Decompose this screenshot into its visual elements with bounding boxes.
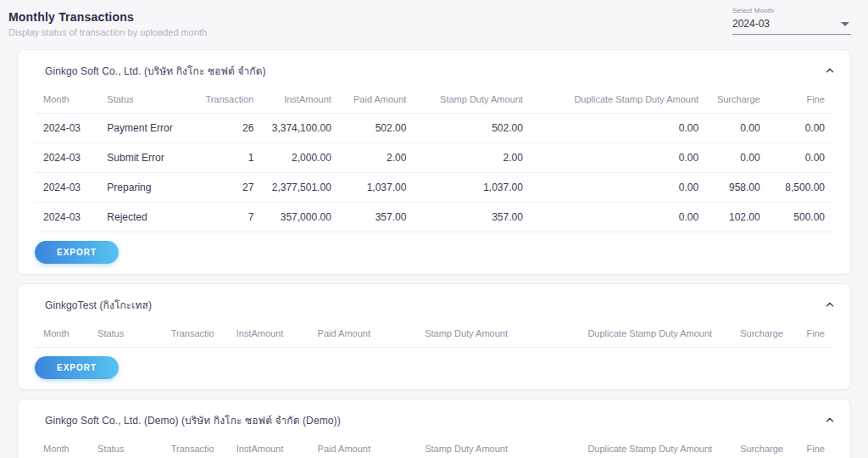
table-cell: 2024-03 bbox=[35, 114, 98, 143]
month-select-value: 2024-03 bbox=[732, 18, 770, 30]
table-cell: 1,037.00 bbox=[340, 173, 415, 203]
table-cell: 357.00 bbox=[415, 203, 531, 232]
collapse-button[interactable] bbox=[821, 62, 838, 79]
table-cell: 0.00 bbox=[769, 143, 833, 173]
company-card: Ginkgo Soft Co., Ltd. (บริษัท กิงโกะ ซอฟ… bbox=[17, 49, 851, 275]
table-cell: 0.00 bbox=[769, 114, 833, 143]
column-header: Stamp Duty Amount bbox=[379, 320, 516, 348]
table-cell: 502.00 bbox=[340, 114, 415, 143]
table-cell: 958.00 bbox=[707, 173, 769, 203]
table-row: 2024-03Preparing272,377,501.001,037.001,… bbox=[35, 173, 833, 203]
table-cell: 1,037.00 bbox=[415, 173, 531, 203]
column-header: InstAmount bbox=[262, 86, 339, 114]
column-header: InstAmount bbox=[214, 320, 292, 348]
chevron-up-icon bbox=[824, 414, 836, 426]
table-cell: 2024-03 bbox=[35, 143, 98, 173]
table-cell: 0.00 bbox=[707, 143, 769, 173]
column-header: Paid Amount bbox=[340, 86, 415, 114]
column-header: Status bbox=[89, 320, 163, 348]
column-header: Duplicate Stamp Duty Amount bbox=[516, 435, 721, 458]
table-cell: Payment Error bbox=[98, 114, 194, 143]
table-cell: 0.00 bbox=[531, 173, 707, 203]
column-header: Month bbox=[35, 320, 89, 348]
column-header: Fine bbox=[792, 435, 833, 458]
chevron-up-icon bbox=[824, 299, 836, 310]
chevron-up-icon bbox=[824, 64, 836, 76]
column-header: Fine bbox=[792, 320, 833, 348]
column-header: Surcharge bbox=[721, 320, 792, 348]
column-header: Status bbox=[98, 86, 194, 114]
table-row: 2024-03Submit Error12,000.002.002.000.00… bbox=[35, 143, 833, 173]
column-header: Paid Amount bbox=[292, 320, 379, 348]
company-name: Ginkgo Soft Co., Ltd. (Demo) (บริษัท กิง… bbox=[45, 412, 341, 428]
cards-container: Ginkgo Soft Co., Ltd. (บริษัท กิงโกะ ซอฟ… bbox=[8, 49, 860, 458]
table-cell: 2024-03 bbox=[35, 203, 98, 232]
column-header: InstAmount bbox=[214, 435, 292, 458]
column-header: Month bbox=[35, 435, 89, 458]
table-header-row: MonthStatusTransactionInstAmountPaid Amo… bbox=[35, 86, 833, 114]
table-cell: 2,000.00 bbox=[262, 143, 339, 173]
column-header: Surcharge bbox=[707, 86, 769, 114]
table-cell: 2.00 bbox=[340, 143, 415, 173]
table-row: 2024-03Rejected7357,000.00357.00357.000.… bbox=[35, 203, 833, 232]
column-header: Fine bbox=[769, 86, 833, 114]
table-cell: 2.00 bbox=[415, 143, 531, 173]
table-cell: 102.00 bbox=[707, 203, 769, 232]
table-cell: 2,377,501.00 bbox=[262, 173, 339, 203]
transactions-table: MonthStatusTransactionInstAmountPaid Amo… bbox=[35, 86, 833, 232]
table-cell: 500.00 bbox=[769, 203, 833, 232]
column-header: Status bbox=[89, 435, 163, 458]
column-header: Transaction bbox=[194, 86, 262, 114]
table-cell: 27 bbox=[194, 173, 262, 203]
table-cell: 8,500.00 bbox=[769, 173, 833, 203]
column-header: Transaction bbox=[163, 320, 214, 348]
table-cell: 7 bbox=[194, 203, 262, 232]
column-header: Stamp Duty Amount bbox=[379, 435, 516, 458]
page: Monthly Transactions Display status of t… bbox=[0, 0, 868, 458]
transactions-table: MonthStatusTransactionInstAmountPaid Amo… bbox=[35, 435, 833, 458]
company-name: Ginkgo Soft Co., Ltd. (บริษัท กิงโกะ ซอฟ… bbox=[45, 63, 266, 79]
month-select-label: Select Month bbox=[732, 7, 851, 14]
collapse-button[interactable] bbox=[821, 296, 838, 313]
column-header: Duplicate Stamp Duty Amount bbox=[516, 320, 721, 348]
collapse-button[interactable] bbox=[821, 411, 838, 428]
table-header-row: MonthStatusTransactionInstAmountPaid Amo… bbox=[35, 320, 833, 348]
table-cell: 1 bbox=[194, 143, 262, 173]
company-card: GinkgoTest (กิงโกะเทส) MonthStatusTransa… bbox=[17, 283, 851, 390]
table-cell: 2024-03 bbox=[35, 173, 98, 203]
chevron-down-icon bbox=[841, 22, 849, 26]
column-header: Paid Amount bbox=[292, 435, 379, 458]
column-header: Stamp Duty Amount bbox=[415, 86, 531, 114]
month-select[interactable]: Select Month 2024-03 bbox=[732, 7, 851, 35]
table-cell: 26 bbox=[194, 114, 262, 143]
table-cell: Rejected bbox=[98, 203, 194, 232]
company-card: Ginkgo Soft Co., Ltd. (Demo) (บริษัท กิง… bbox=[17, 399, 851, 458]
export-button[interactable]: EXPORT bbox=[35, 241, 119, 264]
table-cell: 0.00 bbox=[707, 114, 769, 143]
column-header: Duplicate Stamp Duty Amount bbox=[531, 86, 707, 114]
export-button[interactable]: EXPORT bbox=[35, 356, 119, 379]
table-cell: 0.00 bbox=[531, 203, 707, 232]
table-cell: Submit Error bbox=[98, 143, 194, 173]
table-cell: 502.00 bbox=[415, 114, 531, 143]
table-cell: 3,374,100.00 bbox=[262, 114, 339, 143]
table-header-row: MonthStatusTransactionInstAmountPaid Amo… bbox=[35, 435, 833, 458]
table-cell: 0.00 bbox=[531, 143, 707, 173]
table-cell: Preparing bbox=[98, 173, 194, 203]
table-row: 2024-03Payment Error263,374,100.00502.00… bbox=[35, 114, 833, 143]
column-header: Month bbox=[35, 86, 98, 114]
company-name: GinkgoTest (กิงโกะเทส) bbox=[45, 297, 152, 313]
table-cell: 357,000.00 bbox=[262, 203, 339, 232]
table-cell: 0.00 bbox=[531, 114, 707, 143]
transactions-table: MonthStatusTransactionInstAmountPaid Amo… bbox=[35, 320, 833, 348]
column-header: Surcharge bbox=[721, 435, 792, 458]
table-cell: 357.00 bbox=[340, 203, 415, 232]
column-header: Transaction bbox=[163, 435, 214, 458]
